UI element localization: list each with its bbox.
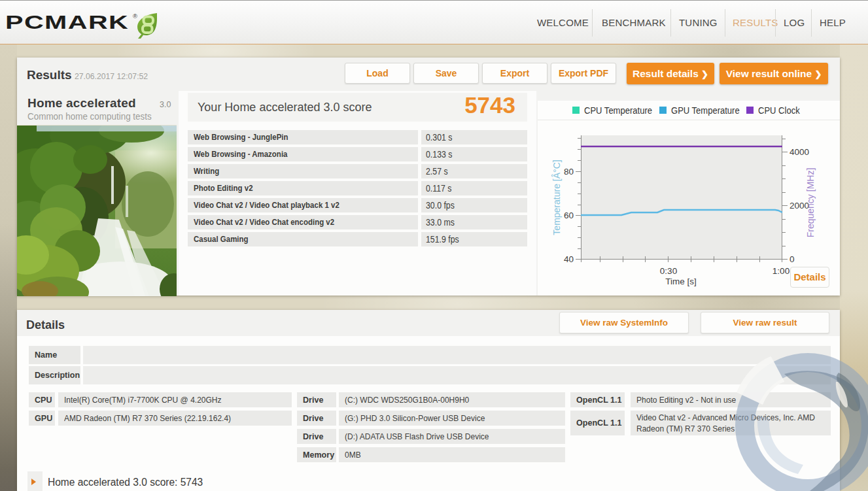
svg-text:0:30: 0:30 xyxy=(660,266,677,276)
svg-text:60: 60 xyxy=(564,211,574,220)
svg-text:Frequency [MHz]: Frequency [MHz] xyxy=(805,168,816,238)
svg-text:0: 0 xyxy=(790,254,795,264)
svg-text:Time [s]: Time [s] xyxy=(665,277,697,286)
svg-text:1:00: 1:00 xyxy=(773,266,790,276)
svg-text:4000: 4000 xyxy=(790,147,809,157)
svg-text:Temperature [Â°C]: Temperature [Â°C] xyxy=(551,160,562,235)
svg-text:80: 80 xyxy=(564,167,574,177)
svg-text:40: 40 xyxy=(564,254,574,264)
